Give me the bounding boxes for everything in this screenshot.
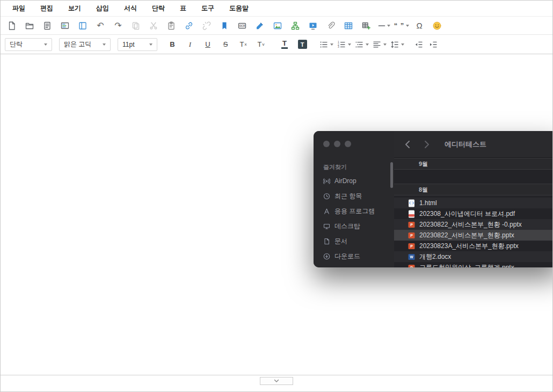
minimize-window-button[interactable] xyxy=(334,141,340,147)
file-row[interactable]: P 20230823A_서비스본부_현황.pptx xyxy=(394,241,553,251)
finder-main-pane: 에디터테스트 9월 8월 1.html 202308_사이냅에디터 브로셔.pd… xyxy=(394,131,553,267)
highlighter-icon xyxy=(255,21,265,31)
video-button[interactable] xyxy=(305,19,321,33)
paragraph-style-dropdown[interactable]: 단락 xyxy=(5,38,52,51)
file-row[interactable]: P 그룹드현임원이상_그룹핵계.pptx xyxy=(394,262,553,267)
file-name: 20230823A_서비스본부_현황.pptx xyxy=(419,242,519,251)
menu-edit[interactable]: 편집 xyxy=(33,4,61,13)
table-button[interactable] xyxy=(340,19,356,33)
fullscreen-icon xyxy=(78,21,88,31)
menu-paragraph[interactable]: 단락 xyxy=(144,4,172,13)
clear-format-sub: x xyxy=(244,42,246,47)
clear-format-button[interactable]: Tx xyxy=(235,38,251,52)
file-row[interactable]: 1.html xyxy=(394,198,553,208)
text-color-button[interactable]: T xyxy=(276,38,293,52)
forward-button[interactable] xyxy=(421,137,433,151)
editor-window: 파일 편집 보기 삽입 서식 단락 표 도구 도움말 ↶ ↷ xyxy=(0,0,553,392)
horizontal-line-button[interactable] xyxy=(376,19,392,33)
redo-icon: ↷ xyxy=(114,21,121,30)
text-color-bar xyxy=(281,47,288,49)
file-row[interactable]: 202308_사이냅에디터 브로셔.pdf xyxy=(394,208,553,219)
table-icon xyxy=(344,21,353,31)
quote-button[interactable]: “ ” xyxy=(394,19,410,33)
strikethrough-button[interactable]: S xyxy=(217,38,234,52)
menu-table[interactable]: 표 xyxy=(172,4,194,13)
bookmark-button[interactable] xyxy=(216,19,232,33)
undo-button[interactable]: ↶ xyxy=(92,19,108,33)
increase-indent-icon xyxy=(428,40,438,49)
bullet-list-button[interactable] xyxy=(318,38,334,52)
attachment-button[interactable] xyxy=(323,19,339,33)
redo-button[interactable]: ↷ xyxy=(110,19,126,33)
italic-button[interactable]: I xyxy=(182,38,198,52)
increase-indent-button[interactable] xyxy=(427,38,440,52)
image-button[interactable] xyxy=(270,19,286,33)
special-character-button[interactable]: Ω xyxy=(411,19,427,33)
svg-text:P: P xyxy=(410,234,413,237)
file-row[interactable]: W 개행2.docx xyxy=(394,251,553,262)
menu-format[interactable]: 서식 xyxy=(117,4,144,13)
diagram-button[interactable] xyxy=(287,19,303,33)
paste-button[interactable] xyxy=(163,19,179,33)
back-button[interactable] xyxy=(402,137,413,151)
preview-icon xyxy=(60,21,70,31)
highlighter-button[interactable] xyxy=(252,19,268,33)
text-style-button[interactable]: Tv xyxy=(253,38,269,52)
multilevel-list-button[interactable] xyxy=(353,38,369,52)
document-icon xyxy=(323,238,330,245)
svg-text:W: W xyxy=(410,255,413,259)
sidebar-item-documents[interactable]: 문서 xyxy=(314,234,394,249)
file-row-selected[interactable]: P 20230822_서비스본부_현황.pptx xyxy=(394,230,553,241)
font-family-value: 맑은 고딕 xyxy=(64,40,91,49)
menu-view[interactable]: 보기 xyxy=(61,4,89,13)
close-window-button[interactable] xyxy=(323,141,330,147)
menu-file[interactable]: 파일 xyxy=(5,4,33,13)
collapse-toolbar-button[interactable] xyxy=(260,377,293,385)
underline-button[interactable]: U xyxy=(200,38,216,52)
chevron-down-icon xyxy=(348,43,351,46)
align-button[interactable] xyxy=(371,38,387,52)
sidebar-scrollbar[interactable] xyxy=(390,162,393,188)
underline-icon: U xyxy=(205,41,210,48)
chevron-down-icon xyxy=(330,43,333,46)
sidebar-item-airdrop[interactable]: AirDrop xyxy=(314,173,394,188)
chevron-right-icon xyxy=(424,140,430,149)
ocr-button[interactable]: OCR xyxy=(234,19,250,33)
fullscreen-button[interactable] xyxy=(75,19,91,33)
open-button[interactable] xyxy=(21,19,38,33)
cut-button[interactable] xyxy=(145,19,162,33)
font-size-dropdown[interactable]: 11pt xyxy=(118,38,157,51)
add-table-button[interactable] xyxy=(358,19,374,33)
numbered-list-button[interactable]: 123 xyxy=(336,38,352,52)
sidebar-item-home[interactable]: bmjin xyxy=(314,264,394,267)
font-family-dropdown[interactable]: 맑은 고딕 xyxy=(59,38,111,51)
ppt-file-icon: P xyxy=(408,231,415,239)
ppt-file-icon: P xyxy=(408,242,415,250)
unlink-button[interactable] xyxy=(199,19,215,33)
preview-button[interactable] xyxy=(57,19,73,33)
decrease-indent-button[interactable] xyxy=(412,38,425,52)
zoom-window-button[interactable] xyxy=(345,141,351,147)
menu-insert[interactable]: 삽입 xyxy=(89,4,117,13)
sidebar-item-downloads[interactable]: 다운로드 xyxy=(314,249,394,264)
sidebar-item-recents[interactable]: 최근 항목 xyxy=(314,188,394,204)
menu-tools[interactable]: 도구 xyxy=(194,4,222,13)
file-name: 20230822_서비스본부_현황 -0.pptx xyxy=(419,220,522,229)
new-document-button[interactable] xyxy=(4,19,20,33)
bold-button[interactable]: B xyxy=(164,38,180,52)
file-row[interactable]: P 20230822_서비스본부_현황 -0.pptx xyxy=(394,219,553,230)
line-spacing-icon xyxy=(390,40,399,49)
finder-window: 즐겨찾기 AirDrop 최근 항목 응용 프로그램 데스크탑 문서 xyxy=(314,131,553,267)
sidebar-item-desktop[interactable]: 데스크탑 xyxy=(314,219,394,234)
sidebar-item-label: 문서 xyxy=(334,237,347,246)
line-spacing-button[interactable] xyxy=(389,38,405,52)
sidebar-item-label: 응용 프로그램 xyxy=(334,207,375,216)
copy-button[interactable] xyxy=(128,19,144,33)
document-button[interactable] xyxy=(39,19,55,33)
link-button[interactable] xyxy=(181,19,197,33)
background-color-button[interactable]: T xyxy=(294,38,310,52)
sidebar-item-applications[interactable]: 응용 프로그램 xyxy=(314,204,394,219)
menu-help[interactable]: 도움말 xyxy=(222,4,256,13)
text-color-letter: T xyxy=(282,40,287,47)
emoji-button[interactable] xyxy=(429,19,445,33)
